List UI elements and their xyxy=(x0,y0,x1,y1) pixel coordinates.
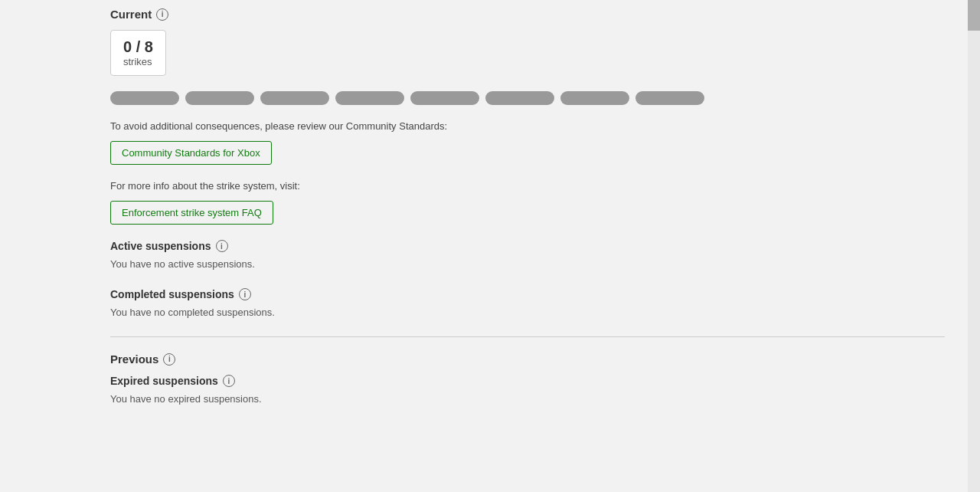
current-title-text: Current xyxy=(110,8,152,21)
enforcement-faq-description: For more info about the strike system, v… xyxy=(110,180,945,192)
expired-suspensions-info-icon[interactable]: i xyxy=(223,375,235,387)
strike-segment-8 xyxy=(635,91,704,105)
scrollbar-track xyxy=(968,0,980,492)
scrollbar-thumb[interactable] xyxy=(968,0,980,31)
strikes-box: 0 / 8 strikes xyxy=(110,30,166,76)
previous-section-title: Previous i xyxy=(110,353,945,366)
strike-segment-5 xyxy=(410,91,479,105)
enforcement-faq-button[interactable]: Enforcement strike system FAQ xyxy=(110,201,273,225)
active-suspensions-label: Active suspensions xyxy=(110,240,211,252)
strike-segment-2 xyxy=(185,91,254,105)
strike-segment-7 xyxy=(560,91,629,105)
strikes-count: 0 / 8 xyxy=(123,38,153,56)
strike-segment-6 xyxy=(485,91,554,105)
main-content: Current i 0 / 8 strikes To avoid additio… xyxy=(0,0,968,492)
community-standards-button[interactable]: Community Standards for Xbox xyxy=(110,141,272,165)
current-section-title: Current i xyxy=(110,8,945,21)
active-suspensions-empty-text: You have no active suspensions. xyxy=(110,258,945,270)
section-divider xyxy=(110,336,945,337)
strikes-label: strikes xyxy=(123,56,153,67)
expired-suspensions-label: Expired suspensions xyxy=(110,375,218,387)
completed-suspensions-label: Completed suspensions xyxy=(110,288,234,300)
expired-suspensions-empty-text: You have no expired suspensions. xyxy=(110,393,945,405)
expired-suspensions-title: Expired suspensions i xyxy=(110,375,945,387)
active-suspensions-info-icon[interactable]: i xyxy=(216,240,228,252)
completed-suspensions-title: Completed suspensions i xyxy=(110,288,945,300)
community-standards-description: To avoid additional consequences, please… xyxy=(110,120,945,132)
previous-info-icon[interactable]: i xyxy=(163,353,175,366)
current-info-icon[interactable]: i xyxy=(156,8,168,21)
strike-segment-1 xyxy=(110,91,179,105)
active-suspensions-title: Active suspensions i xyxy=(110,240,945,252)
previous-title-text: Previous xyxy=(110,353,158,366)
strike-segment-3 xyxy=(260,91,329,105)
strikes-bar xyxy=(110,91,945,105)
completed-suspensions-info-icon[interactable]: i xyxy=(239,288,251,300)
strike-segment-4 xyxy=(335,91,404,105)
completed-suspensions-empty-text: You have no completed suspensions. xyxy=(110,307,945,318)
